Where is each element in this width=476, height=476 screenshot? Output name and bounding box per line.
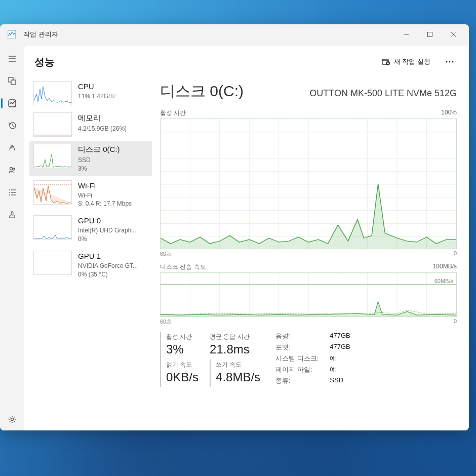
prop-label: 용량:: [275, 332, 319, 341]
prop-value: 예: [330, 354, 350, 363]
new-task-label: 새 작업 실행: [394, 57, 430, 66]
chart1-time-left: 60초: [160, 250, 172, 258]
svg-point-14: [13, 168, 15, 170]
processes-icon[interactable]: [0, 70, 24, 92]
prop-value: SSD: [330, 376, 350, 385]
more-button[interactable]: [441, 54, 459, 70]
chart2-time: 60초 0: [160, 318, 457, 326]
svg-point-29: [452, 61, 454, 63]
perf-name: GPU 0: [78, 216, 148, 225]
transfer-speed-chart: 60MB/s: [160, 272, 457, 317]
chart2-max: 100MB/s: [433, 263, 457, 271]
perf-sub: Wi-Fi: [78, 191, 148, 200]
chart2-label-row: 디스크 전송 속도 100MB/s: [160, 263, 457, 271]
perf-item-disk0[interactable]: 디스크 0(C:) SSD 3%: [29, 141, 152, 176]
perf-item-gpu1[interactable]: GPU 1 NVIDIA GeForce GT... 0% (35 °C): [29, 248, 152, 282]
hamburger-icon[interactable]: [0, 48, 24, 70]
svg-point-21: [11, 418, 14, 421]
perf-sub2: 3%: [78, 165, 148, 173]
prop-label: 종류:: [275, 376, 319, 385]
prop-label: 페이지 파일:: [275, 365, 319, 374]
prop-value: 예: [330, 365, 350, 374]
stat-value: 3%: [166, 342, 199, 356]
performance-sidebar: CPU 11% 1.42GHz 메모리 4.2/15.9GB (26%): [24, 76, 155, 430]
new-task-button[interactable]: 새 작업 실행: [376, 54, 437, 69]
window-controls: [395, 26, 465, 43]
perf-name: Wi-Fi: [78, 181, 148, 190]
settings-icon[interactable]: [0, 408, 24, 430]
app-history-icon[interactable]: [0, 114, 24, 137]
perf-sub: NVIDIA GeForce GT...: [78, 262, 148, 270]
stat-label: 활성 시간: [166, 333, 199, 341]
chart1-max: 100%: [441, 109, 457, 117]
perf-name: 디스크 0(C:): [78, 145, 148, 154]
details-icon[interactable]: [0, 181, 24, 204]
detail-pane: 디스크 0(C:) OUTTON MK-500 LITE NVMe 512G 활…: [155, 76, 469, 430]
perf-sub2: S: 0.4 R: 17.7 Mbps: [78, 200, 148, 208]
stat-write-speed: 쓰기 속도 4.8MB/s: [210, 360, 260, 387]
page-title: 성능: [34, 55, 376, 69]
chart1-time: 60초 0: [160, 250, 457, 258]
prop-value: 477GB: [330, 332, 350, 341]
stat-read-speed: 읽기 속도 0KB/s: [160, 360, 199, 387]
perf-item-cpu[interactable]: CPU 11% 1.42GHz: [29, 78, 152, 108]
chart1-time-right: 0: [454, 250, 457, 258]
perf-name: CPU: [78, 82, 148, 91]
stat-active-time: 활성 시간 3%: [160, 332, 199, 360]
minimize-button[interactable]: [395, 26, 418, 43]
perf-item-gpu0[interactable]: GPU 0 Intel(R) UHD Graphi... 0%: [29, 212, 152, 247]
memory-thumbnail: [33, 112, 72, 137]
startup-icon[interactable]: [0, 137, 24, 159]
svg-point-17: [9, 192, 10, 193]
svg-rect-30: [34, 135, 72, 137]
perf-name: 메모리: [78, 113, 148, 123]
perf-item-wifi[interactable]: Wi-Fi Wi-Fi S: 0.4 R: 17.7 Mbps: [29, 177, 152, 212]
active-time-chart: [160, 118, 457, 249]
svg-rect-2: [428, 32, 432, 37]
app-title: 작업 관리자: [23, 30, 395, 39]
gpu1-thumbnail: [33, 251, 72, 275]
svg-point-12: [12, 147, 13, 148]
chart1-label-row: 활성 시간 100%: [160, 109, 457, 117]
titlebar: 작업 관리자: [0, 24, 469, 45]
panes: CPU 11% 1.42GHz 메모리 4.2/15.9GB (26%): [24, 76, 469, 430]
stat-label: 읽기 속도: [166, 361, 199, 369]
chart2-time-right: 0: [454, 318, 457, 326]
svg-point-13: [10, 168, 13, 170]
content-area: 성능 새 작업 실행 CPU 11% 1.42GHz: [24, 46, 469, 430]
window-body: 성능 새 작업 실행 CPU 11% 1.42GHz: [0, 45, 469, 430]
perf-sub2: 0%: [78, 235, 148, 244]
prop-value: 477GB: [330, 343, 350, 352]
detail-title: 디스크 0(C:): [160, 81, 244, 102]
cpu-thumbnail: [33, 81, 72, 105]
detail-model: OUTTON MK-500 LITE NVMe 512G: [309, 88, 457, 99]
new-task-icon: [382, 58, 390, 66]
performance-icon[interactable]: [0, 92, 24, 114]
perf-item-memory[interactable]: 메모리 4.2/15.9GB (26%): [29, 109, 152, 140]
detail-header: 디스크 0(C:) OUTTON MK-500 LITE NVMe 512G: [160, 81, 457, 102]
stat-value: 21.8ms: [210, 342, 260, 356]
prop-label: 포맷:: [275, 343, 319, 352]
services-icon[interactable]: [0, 204, 24, 226]
stat-value: 0KB/s: [166, 370, 199, 384]
left-nav: [0, 45, 24, 430]
svg-rect-9: [11, 80, 16, 85]
task-manager-window: 작업 관리자 성능 새 작업 실행: [0, 24, 469, 430]
disk-thumbnail: [33, 144, 72, 168]
users-icon[interactable]: [0, 159, 24, 181]
svg-point-15: [9, 189, 10, 190]
svg-point-27: [446, 61, 448, 63]
close-button[interactable]: [442, 26, 465, 43]
maximize-button[interactable]: [418, 26, 442, 43]
prop-label: 시스템 디스크:: [275, 354, 319, 363]
stat-avg-response: 평균 응답 시간 21.8ms: [210, 332, 260, 360]
chart2-time-left: 60초: [160, 318, 172, 326]
stat-label: 쓰기 속도: [216, 361, 260, 369]
perf-sub: 11% 1.42GHz: [78, 92, 148, 101]
perf-sub: SSD: [78, 156, 148, 165]
perf-sub2: 0% (35 °C): [78, 270, 148, 279]
stats-row: 활성 시간 3% 평균 응답 시간 21.8ms 읽기 속도 0KB/s: [160, 332, 457, 387]
chart1-label: 활성 시간: [160, 109, 186, 117]
wifi-thumbnail: [33, 180, 72, 205]
page-header: 성능 새 작업 실행: [24, 46, 469, 76]
